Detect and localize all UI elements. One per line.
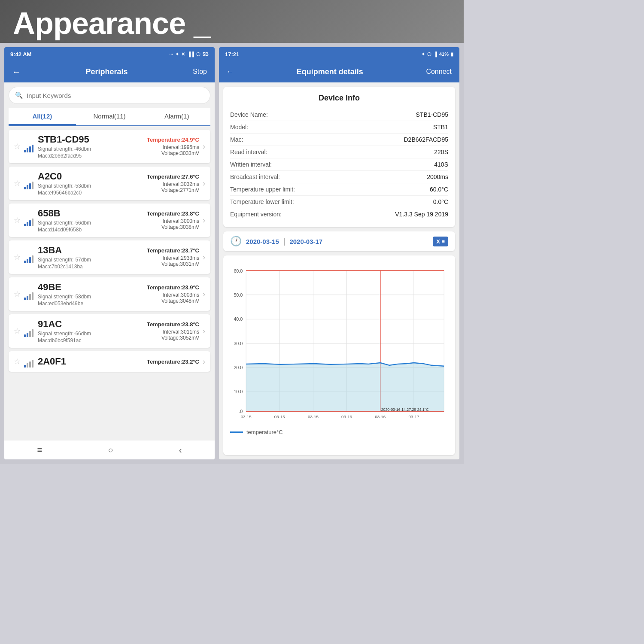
star-icon[interactable]: ☆: [14, 216, 21, 225]
star-icon[interactable]: ☆: [14, 179, 21, 188]
svg-text:30.0: 30.0: [234, 341, 243, 346]
info-label: Broadcast interval:: [230, 173, 280, 180]
chevron-right-icon: ›: [203, 216, 205, 225]
legend-line-indicator: [230, 431, 243, 433]
right-status-icons: ✦ ⬡ ▐ 41% ▮: [421, 52, 453, 57]
device-interval: Interval:2933ms: [147, 255, 199, 261]
device-interval: Interval:1995ms: [147, 144, 199, 150]
device-temperature: Temperature:23.7°C: [147, 247, 199, 254]
device-metrics: Temperature:23.8°C Interval:3011ms Volta…: [147, 321, 199, 341]
date-from[interactable]: 2020-03-15: [246, 238, 279, 245]
chevron-right-icon: ›: [203, 327, 205, 336]
device-voltage: Voltage:3033mV: [147, 150, 199, 156]
device-mac: Mac:d14cd09f658b: [38, 227, 147, 233]
list-item[interactable]: ☆ 13BA Signal strength:-57dbm Mac:c7b02c…: [9, 240, 210, 274]
left-status-icons: ··· ✦ ✕ ▐▐ ⬡ 5B: [169, 52, 209, 57]
device-mac: Mac:ef95646ba2c0: [38, 190, 147, 196]
star-icon[interactable]: ☆: [14, 326, 21, 336]
device-temperature: Temperature:23.8°C: [147, 210, 199, 217]
info-label: Written interval:: [230, 161, 272, 168]
filter-tabs: All(12) Normal(11) Alarm(1): [9, 108, 210, 126]
export-excel-button[interactable]: X ≡: [433, 237, 448, 246]
list-item[interactable]: ☆ 2A0F1 Temperature:23.2°C ›: [9, 351, 210, 372]
device-metrics: Temperature:23.9°C Interval:3003ms Volta…: [147, 284, 199, 304]
list-item[interactable]: ☆ A2C0 Signal strength:-53dbm Mac:ef9564…: [9, 167, 210, 200]
device-temperature: Temperature:27.6°C: [147, 173, 199, 180]
device-interval: Interval:3011ms: [147, 329, 199, 335]
device-signal: Signal strength:-58dbm: [38, 294, 147, 300]
svg-text:03-16: 03-16: [375, 414, 386, 419]
chevron-right-icon: ›: [203, 179, 205, 188]
info-row: Device Name: STB1-CD95: [230, 109, 448, 121]
signal-icon: [24, 251, 33, 263]
left-nav-title: Peripherals: [86, 67, 128, 76]
device-voltage: Voltage:3038mV: [147, 224, 199, 230]
device-voltage: Voltage:3031mV: [147, 261, 199, 267]
search-input[interactable]: [27, 92, 204, 99]
device-temperature: Temperature:24.9°C: [147, 137, 199, 143]
device-name: STB1-CD95: [38, 134, 147, 145]
signal-icon: [24, 140, 33, 152]
svg-text:2020-03-16 14:27:29  24.1°C: 2020-03-16 14:27:29 24.1°C: [381, 407, 429, 412]
device-metrics: Temperature:23.7°C Interval:2933ms Volta…: [147, 247, 199, 267]
bottom-home-icon[interactable]: ○: [108, 445, 113, 455]
date-to[interactable]: 2020-03-17: [289, 238, 322, 245]
bottom-nav: ≡ ○ ‹: [4, 440, 215, 459]
device-voltage: Voltage:3048mV: [147, 298, 199, 304]
info-row: Read interval: 220S: [230, 146, 448, 158]
svg-text:20.0: 20.0: [234, 365, 243, 370]
info-label: Equipment version:: [230, 211, 282, 218]
device-info: A2C0 Signal strength:-53dbm Mac:ef95646b…: [38, 171, 147, 196]
device-interval: Interval:3032ms: [147, 181, 199, 187]
right-panel: 17:21 ✦ ⬡ ▐ 41% ▮ ← Equipment details Co…: [219, 47, 459, 459]
device-interval: Interval:3000ms: [147, 218, 199, 224]
info-row: Written interval: 410S: [230, 158, 448, 171]
star-icon[interactable]: ☆: [14, 357, 21, 366]
bottom-back-icon[interactable]: ‹: [179, 445, 182, 455]
search-bar: 🔍: [9, 87, 210, 104]
left-back-button[interactable]: ←: [12, 67, 21, 77]
chevron-right-icon: ›: [203, 357, 205, 366]
device-signal: Signal strength:-56dbm: [38, 220, 147, 226]
device-mac: Mac:c7b02c1413ba: [38, 264, 147, 270]
device-signal: Signal strength:-57dbm: [38, 257, 147, 263]
bottom-menu-icon[interactable]: ≡: [37, 445, 43, 455]
signal-icon: [24, 355, 33, 368]
tab-all[interactable]: All(12): [9, 108, 76, 125]
date-separator: |: [283, 237, 286, 246]
left-panel: 9:42 AM ··· ✦ ✕ ▐▐ ⬡ 5B ← Peripherals St…: [4, 47, 215, 459]
chart-area: 60.0 50.0 40.0 30.0 20.0 10.0 .0: [230, 262, 448, 425]
device-signal: Signal strength:-53dbm: [38, 183, 147, 189]
list-item[interactable]: ☆ STB1-CD95 Signal strength:-46dbm Mac:d…: [9, 130, 210, 163]
connect-button[interactable]: Connect: [426, 68, 452, 76]
device-name: 2A0F1: [38, 356, 147, 367]
signal-icon: [24, 214, 33, 226]
device-info: 91AC Signal strength:-66dbm Mac:db6bc9f5…: [38, 319, 147, 343]
star-icon[interactable]: ☆: [14, 142, 21, 151]
info-value: STB1-CD95: [416, 111, 448, 118]
svg-text:03-15: 03-15: [274, 414, 286, 419]
temperature-chart: 60.0 50.0 40.0 30.0 20.0 10.0 .0: [230, 262, 448, 425]
device-signal: Signal strength:-46dbm: [38, 146, 147, 152]
device-name: 658B: [38, 208, 147, 219]
tab-alarm[interactable]: Alarm(1): [143, 108, 210, 125]
left-stop-button[interactable]: Stop: [193, 68, 207, 76]
info-value: 220S: [434, 149, 448, 155]
tab-normal[interactable]: Normal(11): [76, 108, 143, 125]
star-icon[interactable]: ☆: [14, 289, 21, 299]
list-item[interactable]: ☆ 49BE Signal strength:-58dbm Mac:ed053e…: [9, 277, 210, 311]
left-nav-bar: ← Peripherals Stop: [4, 61, 215, 82]
star-icon[interactable]: ☆: [14, 252, 21, 262]
info-value: 2000ms: [427, 173, 448, 180]
clock-icon: 🕐: [230, 236, 242, 247]
right-nav-title: Equipment details: [297, 67, 363, 76]
signal-icon: [24, 325, 33, 337]
right-back-button[interactable]: ←: [227, 68, 234, 76]
info-value: V1.3.3 Sep 19 2019: [395, 211, 448, 218]
left-status-bar: 9:42 AM ··· ✦ ✕ ▐▐ ⬡ 5B: [4, 47, 215, 61]
list-item[interactable]: ☆ 91AC Signal strength:-66dbm Mac:db6bc9…: [9, 314, 210, 348]
device-interval: Interval:3003ms: [147, 292, 199, 298]
list-item[interactable]: ☆ 658B Signal strength:-56dbm Mac:d14cd0…: [9, 204, 210, 237]
signal-icon: [24, 288, 33, 300]
device-info: 658B Signal strength:-56dbm Mac:d14cd09f…: [38, 208, 147, 233]
